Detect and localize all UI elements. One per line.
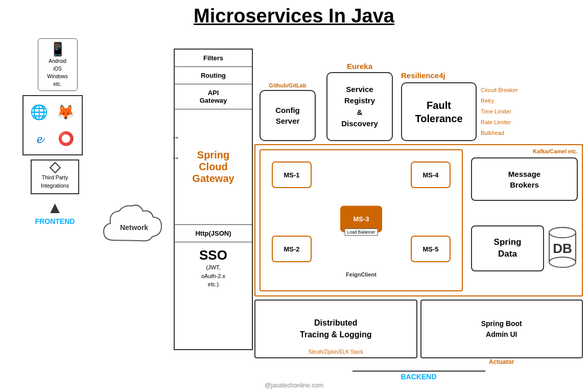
rate-limiter-item: Rate Limiter (481, 117, 518, 128)
sso-section: SSO (JWT,oAuth-2.xetc.) (175, 242, 252, 349)
up-arrow-icon: ▲ (47, 198, 63, 217)
time-limiter-item: Time Limiter (481, 106, 518, 117)
watermark: @javatechonline.com (5, 382, 583, 389)
opera-icon: ⭕ (53, 126, 79, 151)
resilience-area: Resilience4j FaultTolerance Circuit Brea… (398, 71, 583, 141)
kafka-area: Kafka/Camel etc. MessageBrokers SpringDa… (467, 145, 582, 295)
chrome-icon: 🌐 (27, 99, 52, 125)
github-label: Github/GitLab (269, 82, 306, 88)
sso-title: SSO (179, 247, 248, 263)
arrow-right2-icon: → (172, 153, 180, 163)
svg-point-3 (549, 227, 576, 238)
bulkhead-item: Bulkhead (481, 128, 518, 139)
sleuth-label: Sleuth/Zipkin/ELK Stack (309, 349, 363, 355)
arrow-right-icon: → (172, 133, 180, 142)
spring-boot-admin-box: Spring BootAdmin UI Actuator (420, 300, 583, 358)
load-balancer-label: Load Balancer (345, 228, 378, 236)
circuit-breaker-item: Circuit Breaker (481, 85, 518, 96)
eureka-label: Eureka (347, 62, 372, 71)
kafka-label: Kafka/Camel etc. (471, 148, 578, 154)
eureka-area: Eureka ServiceRegistry&Discovery (324, 62, 395, 141)
ms4-box: MS-4 (411, 162, 451, 188)
spring-cloud-gateway: SpringCloudGateway (175, 109, 252, 225)
backend-line (352, 371, 485, 372)
ms5-box: MS-5 (411, 236, 451, 262)
fault-tolerance-box: FaultTolerance (401, 82, 477, 141)
gateway-section: Filters Routing APIGateway SpringCloudGa… (174, 49, 253, 350)
resilience-label: Resilience4j (401, 71, 583, 80)
ms2-box: MS-2 (272, 236, 312, 262)
distributed-tracing-title: DistributedTracing & Logging (300, 317, 371, 340)
microservices-area: MS-1 MS-4 MS-3 Load Balancer MS-2 MS-5 F… (260, 149, 463, 291)
svg-point-2 (549, 257, 576, 267)
actuator-label: Actuator (489, 358, 514, 365)
frontend-label: FRONTEND (35, 217, 75, 225)
resilience-list: Circuit Breaker Retry Time Limiter Rate … (481, 85, 518, 138)
spring-boot-admin-title: Spring BootAdmin UI (481, 318, 522, 340)
http-json-row: Http(JSON) (175, 225, 252, 242)
spring-data-box: SpringData (471, 225, 544, 271)
mobile-text: AndroidiOSWindowsetc. (41, 57, 74, 88)
api-gateway-row: APIGateway (175, 84, 252, 109)
routing-row: Routing (175, 67, 252, 84)
backend-label: BACKEND (401, 373, 437, 381)
diamond-icon (49, 162, 61, 174)
page: Microservices In Java 📱 AndroidiOSWindow… (0, 0, 588, 390)
third-party-text: Third Party Integrations (34, 174, 76, 190)
network-area: Network → → (95, 74, 174, 381)
feign-client-label: FeignClient (346, 271, 377, 278)
left-panel: 📱 AndroidiOSWindowsetc. 🌐 🦊 𝓮 ⭕ Third Pa… (5, 33, 95, 381)
mobile-icon: 📱 (41, 41, 74, 57)
db-label: DB (553, 240, 572, 256)
config-server-area: Github/GitLab ConfigServer (254, 82, 321, 141)
sso-sub: (JWT,oAuth-2.xetc.) (179, 263, 248, 289)
ms1-box: MS-1 (272, 162, 312, 188)
network-label: Network (120, 223, 148, 232)
distributed-tracing-box: DistributedTracing & Logging Sleuth/Zipk… (254, 300, 417, 358)
eureka-box: ServiceRegistry&Discovery (326, 72, 393, 141)
retry-item: Retry (481, 96, 518, 106)
main-title: Microservices In Java (5, 5, 583, 27)
filters-row: Filters (175, 50, 252, 67)
config-server-box: ConfigServer (260, 90, 316, 141)
message-brokers-box: MessageBrokers (471, 157, 578, 201)
firefox-icon: 🦊 (53, 99, 79, 125)
db-cylinder: DB (547, 225, 578, 271)
right-area: Github/GitLab ConfigServer Eureka Servic… (254, 49, 583, 381)
edge-icon: 𝓮 (27, 126, 52, 151)
